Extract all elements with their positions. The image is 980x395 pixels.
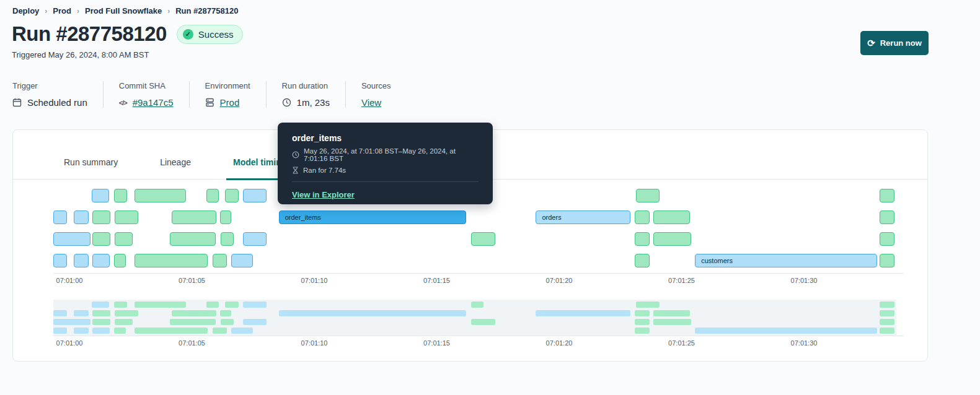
mini-gantt-bar	[53, 319, 90, 325]
mini-gantt-bar	[115, 310, 138, 316]
gantt-bar-label: order_items	[280, 211, 466, 224]
calendar-icon	[12, 98, 22, 107]
hourglass-icon	[292, 167, 299, 174]
gantt-bar[interactable]	[231, 254, 254, 267]
gantt-bar[interactable]	[115, 211, 138, 224]
gantt-bar[interactable]	[114, 254, 126, 267]
gantt-bar[interactable]	[243, 189, 267, 202]
gantt-bar[interactable]	[243, 232, 267, 246]
meta-environment: Environment Prod	[189, 81, 266, 108]
mini-gantt-bar	[115, 319, 132, 325]
gantt-bar[interactable]	[880, 211, 894, 224]
gantt-bar-order_items[interactable]: order_items	[279, 211, 466, 224]
gantt-bar[interactable]	[221, 232, 234, 246]
trigger-value: Scheduled run	[27, 97, 87, 108]
breadcrumb: Deploy › Prod › Prod Full Snowflake › Ru…	[12, 6, 238, 15]
mini-gantt-bar	[92, 328, 110, 334]
meta-trigger: Trigger Scheduled run	[12, 81, 103, 108]
gantt-bar[interactable]	[53, 254, 67, 267]
mini-gantt-bar	[880, 302, 894, 308]
clock-icon	[282, 98, 291, 107]
breadcrumb-prod[interactable]: Prod	[53, 6, 71, 15]
rerun-now-button[interactable]: ⟳ Rerun now	[860, 31, 929, 55]
commit-sha-link[interactable]: #9a147c5	[133, 97, 174, 108]
gantt-bar-orders[interactable]: orders	[536, 211, 630, 224]
environment-link[interactable]: Prod	[220, 97, 240, 108]
tooltip-divider	[292, 181, 479, 182]
gantt-bar[interactable]	[53, 211, 67, 224]
gantt-bar[interactable]	[636, 189, 660, 202]
gantt-bar-customers[interactable]: customers	[695, 254, 877, 267]
gantt-bar[interactable]	[92, 211, 111, 224]
breadcrumb-separator: ›	[167, 7, 170, 15]
mini-gantt-bar	[536, 310, 630, 316]
gantt-bar[interactable]	[206, 189, 219, 202]
axis-tick-label: 07:01:30	[791, 277, 818, 284]
gantt-bar[interactable]	[653, 211, 690, 224]
breadcrumb-job[interactable]: Prod Full Snowflake	[85, 6, 162, 15]
mini-gantt-bar	[92, 310, 111, 316]
mini-gantt-bar	[243, 319, 267, 325]
gantt-bar-label: customers	[695, 254, 876, 267]
gantt-bar[interactable]	[92, 189, 109, 202]
gantt-bar[interactable]	[635, 232, 650, 246]
gantt-bar[interactable]	[53, 232, 90, 246]
gantt-bar[interactable]	[172, 211, 216, 224]
axis-tick-label: 07:01:20	[546, 277, 573, 284]
gantt-bar[interactable]	[880, 189, 894, 202]
axis-tick-label: 07:01:00	[56, 339, 83, 347]
breadcrumb-separator: ›	[77, 7, 79, 15]
model-tooltip: order_items May 26, 2024, at 7:01:08 BST…	[278, 123, 493, 204]
gantt-bar[interactable]	[74, 211, 89, 224]
gantt-bar[interactable]	[635, 211, 650, 224]
run-detail-page: Deploy › Prod › Prod Full Snowflake › Ru…	[0, 0, 980, 395]
mini-gantt-bar	[635, 319, 650, 325]
meta-environment-label: Environment	[205, 81, 250, 90]
sources-view-link[interactable]: View	[361, 97, 381, 108]
axis-tick-label: 07:01:25	[668, 277, 695, 284]
axis-tick-label: 07:01:25	[668, 339, 695, 347]
gantt-bar[interactable]	[471, 232, 496, 246]
view-in-explorer-link[interactable]: View in Explorer	[292, 190, 355, 199]
mini-gantt-bar	[243, 302, 267, 308]
page-title: Run #287758120	[12, 22, 167, 46]
breadcrumb-separator: ›	[45, 7, 47, 15]
mini-gantt-bar	[53, 310, 67, 316]
meta-commit-sha: Commit SHA </> #9a147c5	[103, 81, 189, 108]
mini-gantt-bar	[213, 328, 227, 334]
gantt-bar[interactable]	[74, 254, 89, 267]
gantt-bar[interactable]	[880, 254, 894, 267]
gantt-bar[interactable]	[92, 254, 110, 267]
status-badge-label: Success	[198, 29, 234, 40]
gantt-bar[interactable]	[220, 211, 231, 224]
axis-tick-label: 07:01:30	[791, 339, 818, 347]
mini-gantt-bar	[114, 302, 127, 308]
gantt-bar[interactable]	[135, 254, 208, 267]
gantt-bar[interactable]	[635, 254, 650, 267]
gantt-bar[interactable]	[135, 189, 186, 202]
axis-tick-label: 07:01:15	[423, 339, 450, 347]
tooltip-model-name: order_items	[292, 133, 479, 143]
mini-gantt-bar	[471, 319, 496, 325]
mini-gantt-bar	[114, 328, 126, 334]
mini-gantt-bar	[92, 302, 109, 308]
gantt-bar[interactable]	[880, 232, 894, 246]
gantt-bar[interactable]	[225, 189, 239, 202]
clock-icon	[292, 151, 299, 158]
mini-gantt-bar	[135, 302, 186, 308]
code-icon: </>	[119, 99, 127, 106]
mini-gantt-bar	[653, 310, 690, 316]
gantt-bar[interactable]	[114, 189, 127, 202]
mini-gantt-bar	[74, 310, 89, 316]
gantt-bar[interactable]	[170, 232, 216, 246]
success-check-icon: ✓	[183, 29, 193, 40]
mini-gantt-bar	[636, 302, 660, 308]
gantt-bar[interactable]	[653, 232, 691, 246]
gantt-bar[interactable]	[213, 254, 227, 267]
meta-run-duration: Run duration 1m, 23s	[266, 81, 345, 108]
breadcrumb-deploy[interactable]: Deploy	[12, 6, 39, 15]
gantt-bar[interactable]	[115, 232, 132, 246]
meta-commit-label: Commit SHA	[119, 81, 174, 90]
status-badge: ✓ Success	[177, 25, 243, 44]
gantt-bar[interactable]	[92, 232, 111, 246]
